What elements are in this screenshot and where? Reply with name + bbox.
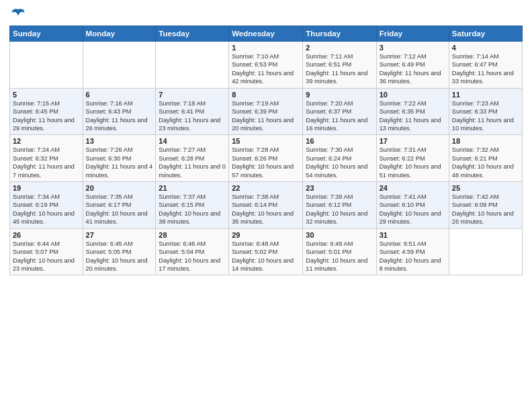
day-info: Sunrise: 7:35 AM Sunset: 6:17 PM Dayligh… bbox=[86, 193, 153, 226]
calendar-cell: 8Sunrise: 7:19 AM Sunset: 6:39 PM Daylig… bbox=[229, 88, 303, 135]
day-info: Sunrise: 7:24 AM Sunset: 6:32 PM Dayligh… bbox=[13, 146, 80, 179]
day-info: Sunrise: 7:20 AM Sunset: 6:37 PM Dayligh… bbox=[306, 99, 373, 133]
day-number: 23 bbox=[306, 184, 373, 192]
calendar-cell: 17Sunrise: 7:31 AM Sunset: 6:22 PM Dayli… bbox=[376, 135, 449, 182]
header bbox=[9, 7, 523, 20]
calendar-cell bbox=[449, 228, 522, 275]
calendar-cell: 25Sunrise: 7:42 AM Sunset: 6:09 PM Dayli… bbox=[449, 182, 522, 229]
calendar-table: SundayMondayTuesdayWednesdayThursdayFrid… bbox=[9, 26, 523, 275]
calendar-cell: 24Sunrise: 7:41 AM Sunset: 6:10 PM Dayli… bbox=[376, 182, 449, 229]
logo-bird-icon bbox=[11, 7, 26, 21]
day-info: Sunrise: 7:27 AM Sunset: 6:28 PM Dayligh… bbox=[159, 146, 226, 179]
calendar-cell: 3Sunrise: 7:12 AM Sunset: 6:49 PM Daylig… bbox=[376, 42, 449, 89]
day-number: 2 bbox=[306, 44, 373, 52]
day-number: 25 bbox=[452, 184, 519, 192]
calendar-cell: 26Sunrise: 6:44 AM Sunset: 5:07 PM Dayli… bbox=[10, 228, 83, 275]
day-info: Sunrise: 7:34 AM Sunset: 6:19 PM Dayligh… bbox=[13, 193, 80, 226]
week-row-1: 1Sunrise: 7:10 AM Sunset: 6:53 PM Daylig… bbox=[10, 42, 523, 89]
weekday-header-tuesday: Tuesday bbox=[156, 26, 229, 42]
day-info: Sunrise: 7:23 AM Sunset: 6:33 PM Dayligh… bbox=[452, 99, 519, 133]
day-info: Sunrise: 7:10 AM Sunset: 6:53 PM Dayligh… bbox=[232, 52, 300, 86]
day-info: Sunrise: 7:30 AM Sunset: 6:24 PM Dayligh… bbox=[306, 146, 373, 179]
day-info: Sunrise: 7:26 AM Sunset: 6:30 PM Dayligh… bbox=[86, 146, 153, 179]
calendar-cell: 16Sunrise: 7:30 AM Sunset: 6:24 PM Dayli… bbox=[303, 135, 376, 182]
day-info: Sunrise: 7:31 AM Sunset: 6:22 PM Dayligh… bbox=[380, 146, 446, 179]
day-number: 7 bbox=[159, 91, 226, 99]
day-number: 12 bbox=[13, 137, 80, 145]
weekday-header-sunday: Sunday bbox=[10, 26, 83, 42]
weekday-header-wednesday: Wednesday bbox=[229, 26, 303, 42]
day-number: 1 bbox=[232, 44, 300, 52]
calendar-cell: 20Sunrise: 7:35 AM Sunset: 6:17 PM Dayli… bbox=[83, 182, 156, 229]
day-number: 15 bbox=[232, 137, 300, 145]
day-number: 19 bbox=[13, 184, 80, 192]
calendar-cell: 13Sunrise: 7:26 AM Sunset: 6:30 PM Dayli… bbox=[83, 135, 156, 182]
day-info: Sunrise: 7:12 AM Sunset: 6:49 PM Dayligh… bbox=[380, 52, 446, 86]
weekday-header-monday: Monday bbox=[83, 26, 156, 42]
calendar-cell: 15Sunrise: 7:28 AM Sunset: 6:26 PM Dayli… bbox=[229, 135, 303, 182]
day-info: Sunrise: 7:39 AM Sunset: 6:12 PM Dayligh… bbox=[306, 193, 373, 226]
day-number: 10 bbox=[380, 91, 446, 99]
day-number: 29 bbox=[232, 231, 300, 239]
calendar-cell: 19Sunrise: 7:34 AM Sunset: 6:19 PM Dayli… bbox=[10, 182, 83, 229]
day-info: Sunrise: 7:41 AM Sunset: 6:10 PM Dayligh… bbox=[380, 193, 446, 226]
calendar-cell: 11Sunrise: 7:23 AM Sunset: 6:33 PM Dayli… bbox=[449, 88, 522, 135]
calendar-cell: 1Sunrise: 7:10 AM Sunset: 6:53 PM Daylig… bbox=[229, 42, 303, 89]
day-number: 27 bbox=[86, 231, 153, 239]
calendar-cell bbox=[10, 42, 83, 89]
day-info: Sunrise: 6:44 AM Sunset: 5:07 PM Dayligh… bbox=[13, 240, 80, 273]
day-number: 9 bbox=[306, 91, 373, 99]
weekday-header-friday: Friday bbox=[376, 26, 449, 42]
day-info: Sunrise: 7:37 AM Sunset: 6:15 PM Dayligh… bbox=[159, 193, 226, 226]
day-number: 28 bbox=[159, 231, 226, 239]
day-number: 13 bbox=[86, 137, 153, 145]
calendar-cell: 2Sunrise: 7:11 AM Sunset: 6:51 PM Daylig… bbox=[303, 42, 376, 89]
day-number: 3 bbox=[380, 44, 446, 52]
calendar-cell: 29Sunrise: 6:48 AM Sunset: 5:02 PM Dayli… bbox=[229, 228, 303, 275]
calendar-cell: 6Sunrise: 7:16 AM Sunset: 6:43 PM Daylig… bbox=[83, 88, 156, 135]
calendar-cell: 22Sunrise: 7:38 AM Sunset: 6:14 PM Dayli… bbox=[229, 182, 303, 229]
weekday-header-saturday: Saturday bbox=[449, 26, 522, 42]
day-info: Sunrise: 6:45 AM Sunset: 5:05 PM Dayligh… bbox=[86, 240, 153, 273]
day-number: 4 bbox=[452, 44, 519, 52]
day-info: Sunrise: 7:16 AM Sunset: 6:43 PM Dayligh… bbox=[86, 99, 153, 133]
day-info: Sunrise: 7:22 AM Sunset: 6:35 PM Dayligh… bbox=[380, 99, 446, 133]
day-number: 30 bbox=[306, 231, 373, 239]
week-row-5: 26Sunrise: 6:44 AM Sunset: 5:07 PM Dayli… bbox=[10, 228, 523, 275]
calendar-cell: 10Sunrise: 7:22 AM Sunset: 6:35 PM Dayli… bbox=[376, 88, 449, 135]
calendar-cell: 23Sunrise: 7:39 AM Sunset: 6:12 PM Dayli… bbox=[303, 182, 376, 229]
day-number: 16 bbox=[306, 137, 373, 145]
calendar-cell: 18Sunrise: 7:32 AM Sunset: 6:21 PM Dayli… bbox=[449, 135, 522, 182]
calendar-cell: 28Sunrise: 6:46 AM Sunset: 5:04 PM Dayli… bbox=[156, 228, 229, 275]
week-row-2: 5Sunrise: 7:15 AM Sunset: 6:45 PM Daylig… bbox=[10, 88, 523, 135]
weekday-header-row: SundayMondayTuesdayWednesdayThursdayFrid… bbox=[10, 26, 523, 42]
day-info: Sunrise: 6:49 AM Sunset: 5:01 PM Dayligh… bbox=[306, 240, 373, 273]
day-info: Sunrise: 7:18 AM Sunset: 6:41 PM Dayligh… bbox=[159, 99, 226, 133]
calendar-cell: 27Sunrise: 6:45 AM Sunset: 5:05 PM Dayli… bbox=[83, 228, 156, 275]
page: SundayMondayTuesdayWednesdayThursdayFrid… bbox=[0, 0, 532, 411]
day-number: 31 bbox=[380, 231, 446, 239]
day-number: 14 bbox=[159, 137, 226, 145]
weekday-header-thursday: Thursday bbox=[303, 26, 376, 42]
calendar-cell: 30Sunrise: 6:49 AM Sunset: 5:01 PM Dayli… bbox=[303, 228, 376, 275]
calendar-cell: 4Sunrise: 7:14 AM Sunset: 6:47 PM Daylig… bbox=[449, 42, 522, 89]
day-info: Sunrise: 7:15 AM Sunset: 6:45 PM Dayligh… bbox=[13, 99, 80, 133]
calendar-cell: 14Sunrise: 7:27 AM Sunset: 6:28 PM Dayli… bbox=[156, 135, 229, 182]
logo bbox=[9, 9, 26, 20]
calendar-cell: 5Sunrise: 7:15 AM Sunset: 6:45 PM Daylig… bbox=[10, 88, 83, 135]
calendar-cell: 7Sunrise: 7:18 AM Sunset: 6:41 PM Daylig… bbox=[156, 88, 229, 135]
day-number: 17 bbox=[380, 137, 446, 145]
calendar-cell bbox=[83, 42, 156, 89]
day-info: Sunrise: 7:19 AM Sunset: 6:39 PM Dayligh… bbox=[232, 99, 300, 133]
day-number: 6 bbox=[86, 91, 153, 99]
day-info: Sunrise: 6:51 AM Sunset: 4:59 PM Dayligh… bbox=[380, 240, 446, 273]
day-number: 22 bbox=[232, 184, 300, 192]
calendar-cell: 31Sunrise: 6:51 AM Sunset: 4:59 PM Dayli… bbox=[376, 228, 449, 275]
day-info: Sunrise: 7:42 AM Sunset: 6:09 PM Dayligh… bbox=[452, 193, 519, 226]
day-number: 20 bbox=[86, 184, 153, 192]
week-row-3: 12Sunrise: 7:24 AM Sunset: 6:32 PM Dayli… bbox=[10, 135, 523, 182]
day-info: Sunrise: 6:46 AM Sunset: 5:04 PM Dayligh… bbox=[159, 240, 226, 273]
day-number: 8 bbox=[232, 91, 300, 99]
calendar-cell bbox=[156, 42, 229, 89]
day-info: Sunrise: 6:48 AM Sunset: 5:02 PM Dayligh… bbox=[232, 240, 300, 273]
